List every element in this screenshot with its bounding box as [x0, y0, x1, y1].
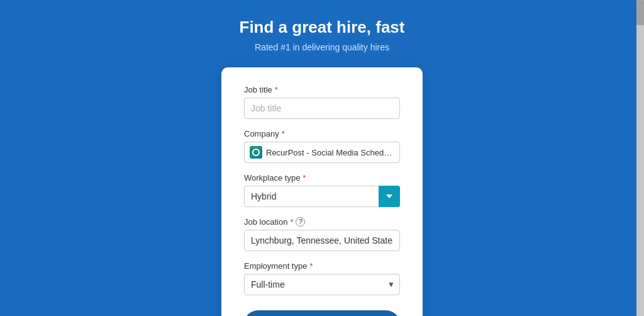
- company-icon: [250, 146, 262, 159]
- scrollbar-thumb[interactable]: [636, 0, 644, 25]
- company-input-wrapper[interactable]: RecurPost - Social Media Scheduler w: [244, 142, 400, 163]
- hero-title: Find a great hire, fast: [240, 18, 405, 37]
- scrollbar[interactable]: [636, 0, 644, 316]
- job-title-label: Job title *: [244, 85, 400, 94]
- job-location-group: Job location * ?: [244, 217, 400, 251]
- employment-type-required: *: [309, 261, 313, 271]
- employment-type-group: Employment type * Full-time Part-time Co…: [244, 261, 400, 295]
- workplace-type-label: Workplace type *: [244, 173, 400, 183]
- workplace-icon-button[interactable]: [379, 186, 400, 207]
- hero-subtitle: Rated #1 in delivering quality hires: [255, 42, 389, 52]
- company-required: *: [282, 129, 285, 138]
- workplace-type-select[interactable]: On-site Hybrid Remote: [244, 186, 400, 207]
- workplace-type-wrapper: On-site Hybrid Remote: [244, 186, 400, 207]
- job-title-required: *: [275, 85, 278, 94]
- workplace-chevron-icon: [385, 192, 394, 201]
- job-title-group: Job title *: [244, 85, 400, 119]
- workplace-type-group: Workplace type * On-site Hybrid Remote: [244, 173, 400, 207]
- workplace-type-required: *: [303, 173, 306, 183]
- get-started-button[interactable]: Get started for free: [244, 310, 400, 316]
- company-group: Company * RecurPost - Social Media Sched…: [244, 129, 400, 163]
- form-card: Job title * Company * RecurPost - Social…: [221, 67, 423, 316]
- employment-type-label: Employment type *: [244, 261, 400, 271]
- job-location-label: Job location * ?: [244, 217, 400, 227]
- job-location-input[interactable]: [244, 230, 400, 251]
- svg-marker-0: [386, 195, 392, 198]
- company-icon-inner: [252, 149, 260, 156]
- job-location-help-icon[interactable]: ?: [296, 217, 305, 227]
- employment-type-wrapper: Full-time Part-time Contract Temporary V…: [244, 274, 400, 295]
- company-label: Company *: [244, 129, 400, 138]
- job-title-input[interactable]: [244, 98, 400, 119]
- job-location-required: *: [290, 217, 293, 227]
- company-input-text: RecurPost - Social Media Scheduler w: [266, 148, 394, 157]
- employment-type-select[interactable]: Full-time Part-time Contract Temporary V…: [244, 274, 400, 295]
